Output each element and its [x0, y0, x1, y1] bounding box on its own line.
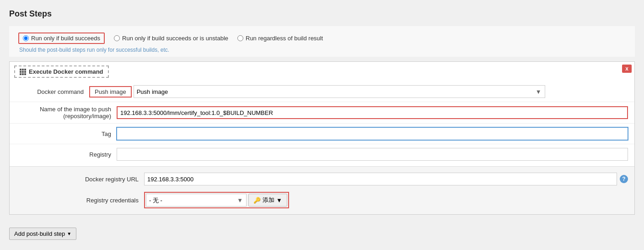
- registry-url-label: Docker registry URL: [16, 176, 144, 183]
- add-credentials-button[interactable]: 🔑 添加 ▼: [248, 194, 287, 207]
- radio-option-regardless[interactable]: Run regardless of build result: [237, 35, 323, 42]
- registry-url-input[interactable]: [144, 173, 617, 185]
- push-image-badge[interactable]: Push image: [89, 86, 132, 98]
- add-credentials-label: 添加: [263, 196, 274, 204]
- radio-success-input[interactable]: [23, 35, 29, 41]
- grid-icon: [20, 69, 26, 75]
- radio-section: Run only if build succeeds Run only if b…: [9, 26, 635, 57]
- registry-credentials-row: Registry credentials - 无 - ▼ 🔑 添加 ▼: [10, 189, 634, 212]
- registry-credentials-label: Registry credentials: [16, 197, 144, 204]
- credentials-select-wrapper: - 无 - ▼: [146, 194, 247, 207]
- radio-regardless-input[interactable]: [237, 35, 243, 41]
- docker-command-label: Docker command: [16, 88, 89, 95]
- radio-hint: Should the post-build steps run only for…: [19, 47, 626, 53]
- command-select-wrapper: Push image ▼: [134, 85, 545, 98]
- add-post-build-step-button[interactable]: Add post-build step ▼: [9, 228, 76, 240]
- sub-section: Docker registry URL ? Registry credentia…: [10, 166, 634, 214]
- tag-input[interactable]: [117, 127, 628, 140]
- page-title: Post Steps: [9, 9, 635, 19]
- add-step-label: Add post-build step: [14, 230, 65, 237]
- section-header: Execute Docker command: [14, 65, 109, 78]
- close-button[interactable]: x: [622, 65, 632, 73]
- section-header-label: Execute Docker command: [29, 68, 103, 75]
- add-credentials-arrow: ▼: [276, 197, 282, 204]
- radio-success-label: Run only if build succeeds: [31, 35, 100, 42]
- registry-url-help-icon[interactable]: ?: [620, 175, 628, 183]
- radio-regardless-label: Run regardless of build result: [246, 35, 323, 42]
- radio-option-unstable[interactable]: Run only if build succeeds or is unstabl…: [114, 35, 228, 42]
- docker-command-select[interactable]: Push image: [134, 85, 545, 98]
- registry-input[interactable]: [117, 148, 628, 161]
- docker-command-row: Docker command Push image Push image ▼: [10, 82, 634, 102]
- radio-unstable-label: Run only if build succeeds or is unstabl…: [122, 35, 228, 42]
- add-step-arrow-icon: ▼: [67, 231, 71, 236]
- radio-option-success[interactable]: Run only if build succeeds: [18, 33, 105, 44]
- tag-row: Tag: [10, 123, 634, 144]
- credentials-select[interactable]: - 无 -: [146, 194, 247, 207]
- credentials-highlight: - 无 - ▼ 🔑 添加 ▼: [144, 192, 289, 208]
- tag-label: Tag: [16, 130, 117, 137]
- execute-docker-section: Execute Docker command x Docker command …: [9, 61, 635, 215]
- radio-group: Run only if build succeeds Run only if b…: [18, 33, 626, 44]
- image-name-input[interactable]: [117, 106, 628, 119]
- add-step-row: Add post-build step ▼: [9, 221, 635, 243]
- key-icon: 🔑: [253, 197, 261, 204]
- radio-unstable-input[interactable]: [114, 35, 120, 41]
- registry-row: Registry: [10, 144, 634, 164]
- registry-url-row: Docker registry URL ?: [10, 169, 634, 189]
- registry-label: Registry: [16, 151, 117, 158]
- image-name-label: Name of the image to push (repository/im…: [16, 106, 117, 120]
- image-name-row: Name of the image to push (repository/im…: [10, 102, 634, 123]
